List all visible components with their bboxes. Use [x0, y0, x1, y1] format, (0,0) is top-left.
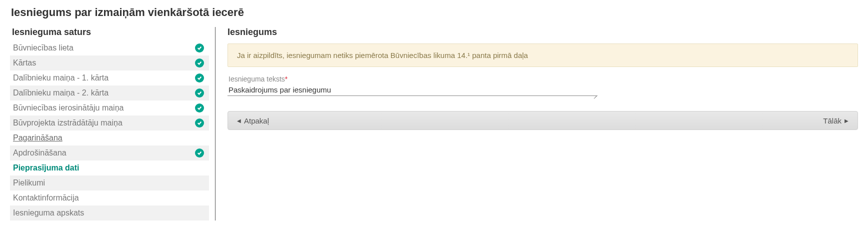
sidebar-item-label: Iesnieguma apskats — [13, 208, 84, 218]
field-label-text: Iesnieguma teksts — [228, 75, 285, 83]
sidebar-item[interactable]: Dalībnieku maiņa - 1. kārta — [10, 70, 209, 86]
check-icon — [195, 148, 204, 158]
back-button[interactable]: ◀ Atpakaļ — [237, 116, 269, 125]
next-button-label: Tālāk — [823, 116, 842, 125]
nav-bar: ◀ Atpakaļ Tālāk ▶ — [228, 111, 858, 130]
sidebar-item-label: Dalībnieku maiņa - 1. kārta — [13, 74, 108, 82]
main-panel: Iesniegums Ja ir aizpildīts, iesniegumam… — [228, 27, 858, 220]
sidebar-item[interactable]: Būvniecības ierosinātāju maiņa — [10, 100, 209, 116]
sidebar-item[interactable]: Dalībnieku maiņa - 2. kārta — [10, 86, 209, 100]
vertical-divider — [215, 27, 216, 220]
application-text-input[interactable] — [228, 84, 598, 96]
triangle-left-icon: ◀ — [237, 118, 241, 124]
check-icon — [195, 58, 204, 68]
sidebar-item-label: Pagarināšana — [13, 134, 62, 142]
page-title: Iesniegums par izmaiņām vienkāršotā iece… — [11, 6, 858, 19]
triangle-right-icon: ▶ — [844, 118, 848, 124]
sidebar-item-label: Pieprasījuma dati — [13, 164, 80, 172]
next-button[interactable]: Tālāk ▶ — [823, 116, 848, 125]
sidebar-item[interactable]: Pielikumi — [10, 176, 209, 190]
sidebar-item-label: Apdrošināšana — [13, 148, 66, 158]
check-icon — [195, 88, 204, 98]
check-icon — [195, 44, 204, 52]
text-input-wrap — [228, 84, 598, 98]
sidebar-item-label: Būvprojekta izstrādātāju maiņa — [13, 118, 122, 128]
sidebar-heading: Iesnieguma saturs — [12, 27, 209, 38]
check-icon — [195, 118, 204, 128]
sidebar-item-label: Kārtas — [13, 58, 36, 68]
sidebar-item[interactable]: Kārtas — [10, 56, 209, 70]
sidebar-item-label: Būvniecības ierosinātāju maiņa — [13, 104, 124, 112]
sidebar-item[interactable]: Kontaktinformācija — [10, 190, 209, 206]
sidebar-item-label: Būvniecības lieta — [13, 44, 74, 52]
sidebar-item-label: Dalībnieku maiņa - 2. kārta — [13, 88, 108, 98]
sidebar-item[interactable]: Iesnieguma apskats — [10, 206, 209, 220]
required-mark: * — [285, 75, 288, 83]
main-heading: Iesniegums — [228, 27, 858, 38]
sidebar-item[interactable]: Pieprasījuma dati — [10, 160, 209, 176]
sidebar-item[interactable]: Būvniecības lieta — [10, 40, 209, 56]
sidebar-item[interactable]: Apdrošināšana — [10, 146, 209, 160]
sidebar-item-label: Kontaktinformācija — [13, 194, 79, 202]
check-icon — [195, 74, 204, 82]
sidebar-item-label: Pielikumi — [13, 178, 45, 188]
sidebar-nav-list: Būvniecības lietaKārtasDalībnieku maiņa … — [10, 40, 209, 220]
check-icon — [195, 104, 204, 112]
back-button-label: Atpakaļ — [244, 116, 269, 125]
field-label: Iesnieguma teksts* — [228, 75, 858, 83]
sidebar-item[interactable]: Pagarināšana — [10, 130, 209, 146]
sidebar-item[interactable]: Būvprojekta izstrādātāju maiņa — [10, 116, 209, 130]
info-banner: Ja ir aizpildīts, iesniegumam netiks pie… — [228, 44, 858, 67]
sidebar: Iesnieguma saturs Būvniecības lietaKārta… — [10, 27, 209, 220]
